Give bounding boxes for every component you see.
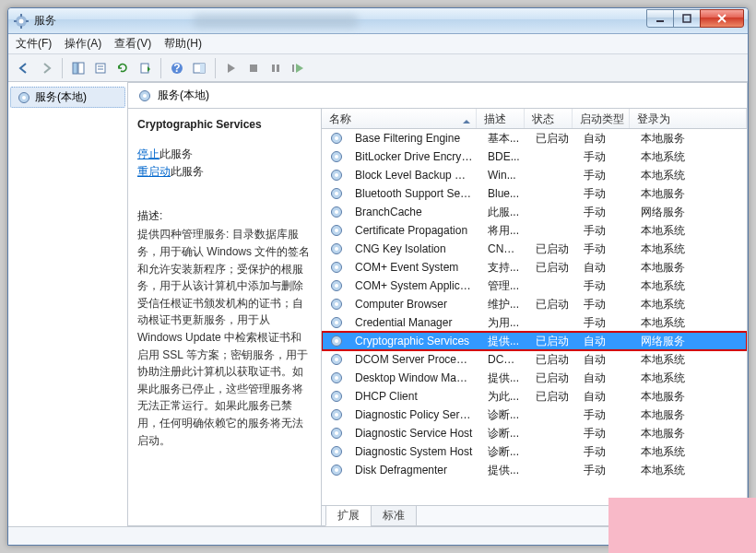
start-service-button[interactable] [221, 58, 242, 78]
cell-startup: 手动 [576, 186, 633, 202]
description-label: 描述: [137, 208, 312, 224]
table-row[interactable]: DCOM Server Process La...DCO...已启动自动本地系统 [322, 350, 747, 369]
svg-point-51 [335, 358, 338, 361]
table-body[interactable]: Base Filtering Engine基本...已启动自动本地服务BitLo… [322, 129, 747, 505]
action-pane-button[interactable] [189, 58, 209, 78]
table-row[interactable]: Computer Browser维护...已启动手动本地系统 [322, 295, 747, 313]
pause-service-button[interactable] [266, 58, 286, 78]
properties-button[interactable] [90, 58, 111, 78]
cell-startup: 手动 [576, 278, 633, 294]
svg-point-55 [335, 394, 338, 398]
maximize-button[interactable] [673, 9, 701, 28]
table-row[interactable]: Desktop Window Manag...提供...已启动自动本地系统 [322, 369, 747, 387]
table-row[interactable]: Certificate Propagation将用...手动本地系统 [322, 221, 747, 240]
table-row[interactable]: CNG Key IsolationCNG...已启动手动本地系统 [322, 240, 747, 258]
cell-name: Cryptographic Services [348, 335, 480, 347]
table-row[interactable]: Disk Defragmenter提供...手动本地系统 [322, 461, 747, 479]
svg-point-37 [335, 229, 338, 232]
gear-icon [329, 463, 344, 477]
table-row[interactable]: Block Level Backup Engi...Win...手动本地系统 [322, 166, 747, 184]
gear-icon [329, 426, 344, 441]
refresh-button[interactable] [112, 58, 133, 78]
cell-status: 已启动 [528, 241, 576, 257]
menu-help[interactable]: 帮助(H) [164, 36, 202, 52]
forward-button[interactable] [36, 58, 56, 78]
table-row[interactable]: Diagnostic Service Host诊断...手动本地服务 [322, 424, 747, 442]
col-startup[interactable]: 启动类型 [573, 109, 630, 128]
cell-startup: 自动 [576, 371, 633, 386]
restart-link[interactable]: 重启动 [137, 165, 171, 178]
stop-link[interactable]: 停止 [137, 147, 159, 160]
svg-point-63 [335, 468, 338, 472]
cell-desc: DCO... [480, 353, 528, 366]
svg-point-29 [335, 155, 338, 159]
col-logon[interactable]: 登录为 [630, 109, 747, 128]
svg-rect-10 [96, 64, 105, 73]
table-row[interactable]: Credential Manager为用...手动本地系统 [322, 313, 747, 332]
menu-file[interactable]: 文件(F) [16, 36, 52, 52]
table-row[interactable]: Cryptographic Services提供...已启动自动网络服务 [322, 332, 747, 350]
gear-icon [329, 131, 344, 146]
cell-name: DCOM Server Process La... [348, 353, 480, 366]
cell-name: Diagnostic Service Host [348, 427, 480, 440]
show-hide-tree-button[interactable] [68, 58, 89, 78]
table-row[interactable]: Base Filtering Engine基本...已启动自动本地服务 [322, 129, 747, 147]
minimize-button[interactable] [646, 9, 674, 28]
table-row[interactable]: COM+ Event System支持...已启动自动本地服务 [322, 258, 747, 276]
titlebar[interactable]: 服务 [8, 8, 748, 34]
cell-logon: 本地服务 [633, 389, 747, 405]
svg-point-33 [335, 192, 338, 195]
gear-icon [329, 241, 344, 256]
cell-desc: 诊断... [480, 426, 528, 441]
export-button[interactable] [135, 58, 155, 78]
col-description[interactable]: 描述 [477, 109, 525, 128]
svg-point-41 [335, 265, 338, 269]
restart-service-button[interactable] [288, 58, 308, 78]
cell-name: Base Filtering Engine [348, 132, 480, 145]
cell-startup: 自动 [576, 334, 633, 349]
cell-name: Disk Defragmenter [348, 464, 480, 477]
svg-point-39 [335, 247, 338, 251]
gear-icon [329, 168, 344, 182]
menu-view[interactable]: 查看(V) [114, 36, 151, 52]
table-row[interactable]: COM+ System Application管理...手动本地系统 [322, 276, 747, 295]
cell-startup: 手动 [576, 223, 633, 239]
cell-desc: 提供... [480, 463, 528, 478]
cell-desc: 诊断... [480, 444, 528, 460]
cell-desc: Blue... [480, 187, 528, 200]
cell-startup: 手动 [576, 168, 633, 183]
table-row[interactable]: Diagnostic Policy Service诊断...手动本地服务 [322, 406, 747, 424]
right-header-title: 服务(本地) [158, 88, 209, 103]
cell-name: Desktop Window Manag... [348, 371, 480, 384]
table-row[interactable]: Bluetooth Support ServiceBlue...手动本地服务 [322, 184, 747, 203]
cell-logon: 本地服务 [633, 407, 747, 423]
window-title: 服务 [34, 13, 56, 29]
menu-action[interactable]: 操作(A) [65, 36, 101, 52]
help-button[interactable]: ? [167, 58, 187, 78]
watermark-overlay [608, 498, 756, 553]
table-row[interactable]: BitLocker Drive Encryptio...BDE...手动本地系统 [322, 147, 747, 166]
right-pane: 服务(本地) Cryptographic Services 停止此服务 重启动此… [127, 82, 748, 526]
gear-icon [329, 297, 344, 312]
gear-icon [329, 334, 344, 348]
back-button[interactable] [14, 58, 34, 78]
tab-standard[interactable]: 标准 [371, 506, 417, 526]
service-list: 名称 描述 状态 启动类型 登录为 Base Filtering Engine基… [322, 109, 747, 525]
close-button[interactable] [700, 9, 744, 28]
cell-name: Bluetooth Support Service [348, 187, 480, 200]
svg-point-43 [335, 284, 338, 288]
table-row[interactable]: DHCP Client为此...已启动自动本地服务 [322, 387, 747, 406]
tab-extended[interactable]: 扩展 [325, 506, 372, 526]
gear-icon [329, 371, 344, 385]
table-row[interactable]: Diagnostic System Host诊断...手动本地系统 [322, 442, 747, 461]
col-status[interactable]: 状态 [525, 109, 573, 128]
cell-logon: 本地服务 [633, 426, 747, 441]
cell-startup: 自动 [576, 131, 633, 147]
svg-point-47 [335, 321, 338, 324]
stop-service-button[interactable] [243, 58, 264, 78]
gear-icon [14, 14, 29, 29]
col-name[interactable]: 名称 [322, 109, 477, 128]
svg-rect-7 [683, 15, 691, 22]
tree-item-services-local[interactable]: 服务(本地) [10, 87, 125, 108]
table-row[interactable]: BranchCache此服...手动网络服务 [322, 203, 747, 221]
